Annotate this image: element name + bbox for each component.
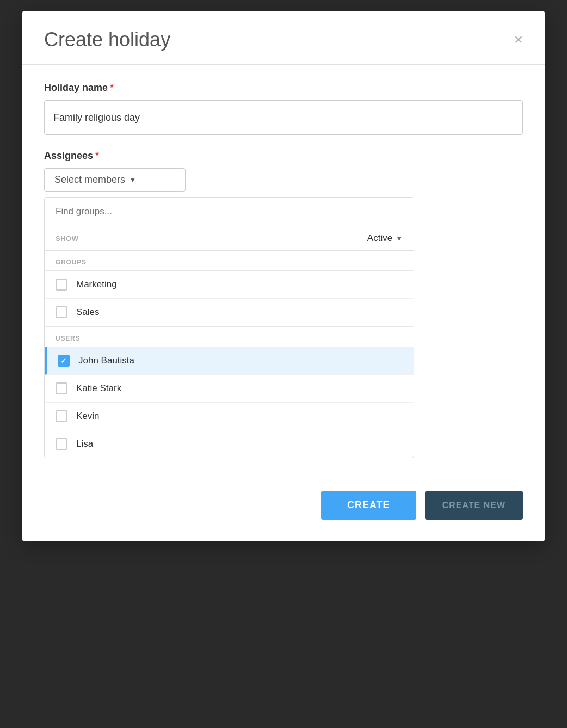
show-row: SHOW Active ▼ xyxy=(45,226,414,251)
chevron-down-icon: ▼ xyxy=(130,176,136,184)
user-item-lisa[interactable]: Lisa xyxy=(45,430,414,458)
user-item-john[interactable]: John Bautista xyxy=(45,347,414,375)
assignees-field-group: Assignees* Select members ▼ SHOW Active xyxy=(44,150,523,458)
kevin-label: Kevin xyxy=(76,411,100,422)
users-section-header: USERS xyxy=(45,326,414,347)
holiday-name-field-group: Holiday name* xyxy=(44,82,523,135)
select-members-button[interactable]: Select members ▼ xyxy=(44,168,186,192)
assignees-label: Assignees* xyxy=(44,150,523,162)
john-label: John Bautista xyxy=(78,355,134,366)
katie-label: Katie Stark xyxy=(76,383,121,394)
user-item-kevin[interactable]: Kevin xyxy=(45,403,414,430)
modal-title: Create holiday xyxy=(44,28,170,51)
required-star: * xyxy=(110,82,114,93)
group-item-sales[interactable]: Sales xyxy=(45,299,414,326)
select-members-label: Select members xyxy=(54,174,125,186)
lisa-checkbox[interactable] xyxy=(56,438,67,450)
create-new-button[interactable]: CREATE NEW xyxy=(425,491,523,520)
marketing-label: Marketing xyxy=(76,279,117,290)
kevin-checkbox[interactable] xyxy=(56,410,67,422)
sales-checkbox[interactable] xyxy=(56,306,67,318)
modal-header: Create holiday × xyxy=(22,11,545,65)
close-button[interactable]: × xyxy=(514,32,523,47)
lisa-label: Lisa xyxy=(76,439,93,449)
holiday-name-input[interactable] xyxy=(44,100,523,135)
members-dropdown: SHOW Active ▼ GROUPS Marketing xyxy=(44,197,414,458)
holiday-name-label: Holiday name* xyxy=(44,82,523,94)
create-holiday-modal: Create holiday × Holiday name* Assignees… xyxy=(22,11,545,541)
marketing-checkbox[interactable] xyxy=(56,279,67,291)
john-checkbox[interactable] xyxy=(58,355,70,367)
groups-section-header: GROUPS xyxy=(45,251,414,271)
group-item-marketing[interactable]: Marketing xyxy=(45,271,414,299)
modal-actions: CREATE CREATE NEW xyxy=(22,473,545,541)
chevron-down-icon-2: ▼ xyxy=(396,235,403,243)
modal-body: Holiday name* Assignees* Select members … xyxy=(22,65,545,458)
user-item-katie[interactable]: Katie Stark xyxy=(45,375,414,403)
create-button[interactable]: CREATE xyxy=(321,491,416,520)
sales-label: Sales xyxy=(76,307,100,318)
show-label: SHOW xyxy=(56,235,78,243)
active-dropdown[interactable]: Active ▼ xyxy=(367,233,403,244)
active-label: Active xyxy=(367,233,392,244)
katie-checkbox[interactable] xyxy=(56,382,67,394)
find-groups-input[interactable] xyxy=(45,198,414,226)
required-star-2: * xyxy=(95,150,99,161)
